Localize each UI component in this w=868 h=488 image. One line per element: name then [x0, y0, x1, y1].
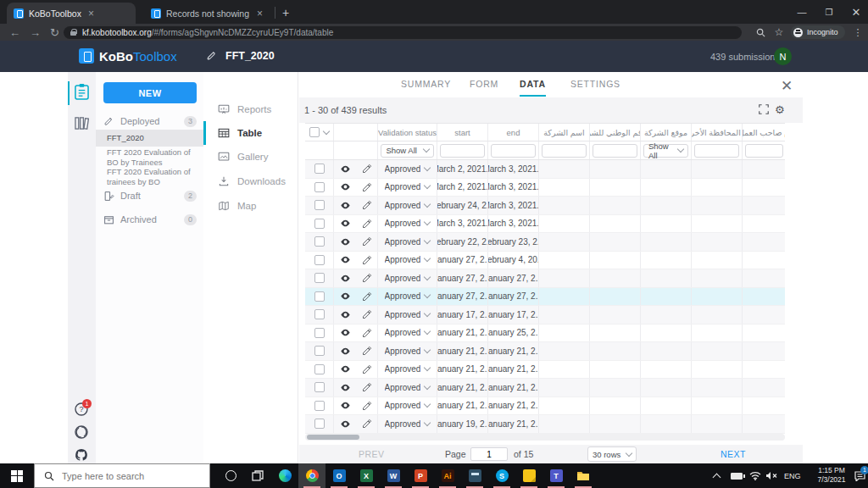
row-checkbox[interactable]: [314, 382, 325, 392]
edit-pencil-icon[interactable]: [356, 215, 378, 233]
table-row[interactable]: Approved February 24, 2... March 3, 2021…: [305, 197, 785, 215]
view-eye-icon[interactable]: [334, 361, 356, 379]
next-page-button[interactable]: NEXT: [721, 449, 746, 459]
edit-pencil-icon[interactable]: [356, 269, 378, 287]
row-checkbox[interactable]: [314, 164, 325, 174]
validation-status-select[interactable]: Approved: [378, 324, 437, 342]
filter-input-other-governorate[interactable]: [694, 144, 739, 158]
col-employer-name[interactable]: م صاحب العمل: [743, 124, 785, 141]
validation-status-select[interactable]: Approved: [378, 233, 437, 251]
edit-pencil-icon[interactable]: [356, 160, 378, 178]
url-bar[interactable]: kf.kobotoolbox.org /#/forms/agShgvnNcDMZ…: [64, 26, 742, 39]
view-eye-icon[interactable]: [334, 215, 356, 233]
tab-data[interactable]: DATA: [520, 79, 546, 97]
edge-icon[interactable]: [271, 463, 298, 488]
row-checkbox[interactable]: [314, 273, 325, 283]
horizontal-scrollbar[interactable]: [305, 434, 785, 441]
window-maximize-button[interactable]: ❐: [815, 0, 843, 24]
scrollbar-thumb[interactable]: [307, 435, 359, 440]
edit-pencil-icon[interactable]: [356, 361, 378, 379]
browser-tab-records[interactable]: Records not showing on the Data ×: [144, 3, 270, 24]
edit-pencil-icon[interactable]: [356, 306, 378, 324]
reload-button[interactable]: ↻: [50, 27, 59, 38]
edit-pencil-icon[interactable]: [356, 288, 378, 306]
filter-input-national-id[interactable]: [593, 144, 637, 158]
edit-pencil-icon[interactable]: [356, 324, 378, 342]
sidebar-item-map[interactable]: Map: [203, 194, 298, 218]
table-row[interactable]: Approved January 21, 2... January 21, 2.…: [305, 342, 785, 361]
view-eye-icon[interactable]: [334, 324, 356, 342]
edit-pencil-icon[interactable]: [356, 179, 378, 197]
row-checkbox[interactable]: [314, 328, 325, 338]
validation-status-select[interactable]: Approved: [378, 306, 437, 324]
window-minimize-button[interactable]: —: [788, 0, 815, 24]
edit-pencil-icon[interactable]: [356, 415, 378, 433]
table-row[interactable]: Approved January 21, 2... January 21, 2.…: [305, 379, 785, 397]
back-button[interactable]: ←: [9, 27, 20, 38]
col-company-location[interactable]: موقع الشركة: [641, 124, 692, 141]
view-eye-icon[interactable]: [334, 269, 356, 287]
new-project-button[interactable]: NEW: [103, 82, 197, 103]
view-eye-icon[interactable]: [334, 160, 356, 178]
validation-status-select[interactable]: Approved: [378, 342, 437, 360]
table-row[interactable]: Approved March 3, 2021... March 3, 2021.…: [305, 215, 785, 234]
kobo-logo[interactable]: KoBoToolbox: [79, 48, 177, 64]
chrome-icon[interactable]: [298, 463, 326, 488]
file-explorer-icon[interactable]: [570, 463, 597, 488]
library-icon[interactable]: [75, 116, 89, 130]
cortana-icon[interactable]: [217, 463, 244, 488]
user-avatar[interactable]: N: [774, 47, 792, 65]
edit-pencil-icon[interactable]: [356, 379, 378, 396]
expand-icon[interactable]: [758, 103, 770, 115]
view-eye-icon[interactable]: [334, 197, 356, 214]
view-eye-icon[interactable]: [334, 288, 356, 306]
sticky-notes-icon[interactable]: [515, 463, 542, 488]
row-checkbox[interactable]: [314, 236, 325, 247]
view-eye-icon[interactable]: [334, 415, 356, 433]
tab-settings[interactable]: SETTINGS: [570, 79, 620, 89]
view-eye-icon[interactable]: [334, 306, 356, 324]
validation-status-select[interactable]: Approved: [378, 397, 437, 415]
validation-status-select[interactable]: Approved: [378, 197, 437, 214]
edit-pencil-icon[interactable]: [356, 342, 378, 360]
col-company-national-id[interactable]: الرقم الوطني للشركة: [590, 124, 641, 141]
validation-status-select[interactable]: Approved: [378, 379, 437, 396]
validation-status-select[interactable]: Approved: [378, 415, 437, 433]
teams-icon[interactable]: T: [542, 463, 570, 488]
row-checkbox[interactable]: [314, 182, 325, 192]
table-row[interactable]: Approved March 2, 2021... March 3, 2021.…: [305, 160, 785, 179]
task-view-icon[interactable]: [244, 463, 271, 488]
table-row[interactable]: Approved January 21, 2... January 21, 2.…: [305, 361, 785, 380]
table-row[interactable]: Approved January 21, 2... January 25, 2.…: [305, 324, 785, 343]
new-tab-button[interactable]: +: [282, 6, 289, 19]
browser-menu-icon[interactable]: ⋮: [850, 24, 865, 41]
edit-pencil-icon[interactable]: [356, 252, 378, 269]
col-validation-status[interactable]: Validation status: [378, 124, 437, 141]
illustrator-icon[interactable]: Ai: [434, 463, 461, 488]
github-icon[interactable]: [75, 448, 88, 462]
edit-pencil-icon[interactable]: [356, 397, 378, 415]
table-row[interactable]: Approved January 21, 2... January 21, 2.…: [305, 397, 785, 416]
validation-status-select[interactable]: Approved: [378, 269, 437, 287]
row-checkbox[interactable]: [314, 419, 325, 429]
header-checkbox-cell[interactable]: [305, 124, 334, 141]
validation-status-select[interactable]: Approved: [378, 179, 437, 197]
col-end[interactable]: end: [488, 124, 539, 141]
validation-status-select[interactable]: Approved: [378, 215, 437, 233]
validation-filter-select[interactable]: Show All: [381, 144, 433, 158]
table-row[interactable]: Approved February 22, 2... February 23, …: [305, 233, 785, 252]
battery-icon[interactable]: [731, 463, 745, 488]
filter-input-end[interactable]: [491, 144, 536, 158]
table-row[interactable]: Approved January 17, 2... January 17, 2.…: [305, 306, 785, 324]
edit-pencil-icon[interactable]: [356, 233, 378, 251]
calculator-icon[interactable]: [461, 463, 488, 488]
row-checkbox[interactable]: [314, 255, 325, 265]
close-icon[interactable]: ✕: [781, 77, 793, 95]
browser-tab-kobotoolbox[interactable]: KoBoToolbox ×: [7, 3, 136, 24]
tab-close-icon[interactable]: ×: [88, 8, 94, 19]
select-all-checkbox[interactable]: [309, 127, 320, 137]
location-filter-select[interactable]: Show All: [643, 144, 688, 158]
prev-page-button[interactable]: PREV: [359, 449, 385, 459]
taskbar-search[interactable]: [34, 463, 210, 488]
row-checkbox[interactable]: [314, 291, 325, 302]
